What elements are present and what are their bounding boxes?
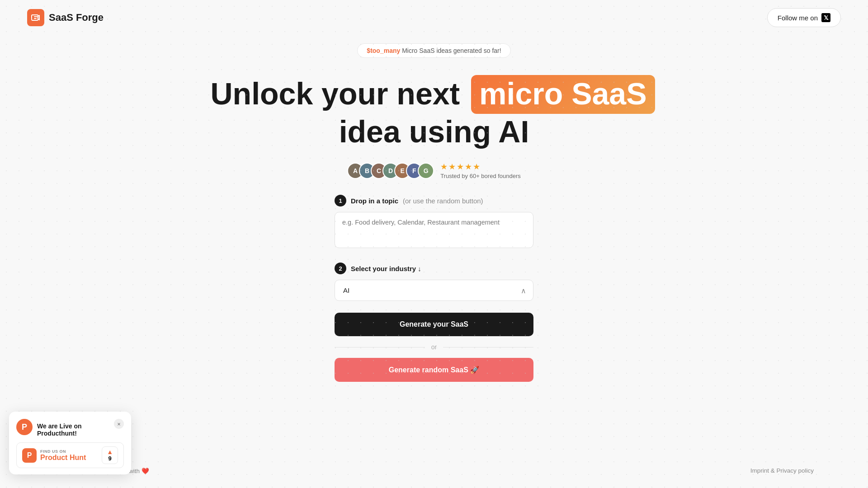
x-twitter-icon: 𝕏 [821, 13, 830, 22]
step1-label: 1 Drop in a topic (or use the random but… [335, 195, 533, 206]
logo-icon [27, 9, 44, 26]
step1-number: 1 [335, 195, 346, 206]
upvote-arrow-icon: ▲ [107, 449, 113, 455]
social-proof: A B C D E F G ★★★★★ Trusted by 60+ bored… [347, 162, 521, 179]
ph-popup-header: P We are Live on Producthunt! × [16, 419, 124, 437]
banner-text: Micro SaaS ideas generated so far! [400, 47, 501, 54]
header: SaaS Forge Follow me on 𝕏 [0, 0, 868, 35]
industry-select-wrapper: AI FinTech HealthTech EdTech E-commerce … [335, 280, 533, 301]
generate-button[interactable]: Generate your SaaS [335, 313, 533, 336]
follow-label: Follow me on [778, 14, 818, 22]
hero-line1-start: Unlock your next [211, 76, 460, 111]
producthunt-popup: P We are Live on Producthunt! × P FIND U… [9, 412, 131, 474]
step2-label: 2 Select your industry ↓ [335, 263, 533, 274]
step2-number: 2 [335, 263, 346, 274]
random-button[interactable]: Generate random SaaS 🚀 [335, 358, 533, 382]
svg-rect-0 [32, 15, 38, 20]
ph-close-button[interactable]: × [114, 419, 124, 429]
imprint-link[interactable]: Imprint & Privacy policy [750, 467, 814, 474]
step2-title: Select your industry ↓ [351, 265, 421, 272]
industry-select[interactable]: AI FinTech HealthTech EdTech E-commerce … [335, 280, 533, 301]
hero-title: Unlock your next micro SaaS idea using A… [211, 75, 658, 149]
trusted-text: Trusted by 60+ bored founders [440, 173, 521, 179]
topic-input[interactable] [335, 212, 533, 248]
ph-badge-left: P FIND US ON Product Hunt [22, 448, 86, 463]
banner: $too_many Micro SaaS ideas generated so … [0, 43, 868, 58]
or-text: or [431, 343, 437, 351]
step1-hint: (or use the random button) [403, 197, 483, 205]
follow-button[interactable]: Follow me on 𝕏 [767, 8, 841, 27]
logo: SaaS Forge [27, 9, 104, 26]
upvote-count: 9 [108, 455, 111, 462]
main-content: Unlock your next micro SaaS idea using A… [0, 75, 868, 382]
ph-badge[interactable]: P FIND US ON Product Hunt ▲ 9 [16, 442, 124, 468]
stars-area: ★★★★★ Trusted by 60+ bored founders [440, 162, 521, 179]
avatar-group: A B C D E F G [347, 163, 434, 179]
ph-popup-message: We are Live on Producthunt! [37, 419, 114, 437]
step1-title: Drop in a topic [351, 197, 398, 205]
or-divider: or [335, 343, 533, 351]
banner-pill: $too_many Micro SaaS ideas generated so … [357, 43, 510, 58]
form-area: 1 Drop in a topic (or use the random but… [335, 195, 533, 382]
ph-find-us: FIND US ON [40, 449, 86, 454]
banner-highlight: $too_many [367, 47, 400, 54]
ph-product-hunt-label: Product Hunt [40, 454, 86, 462]
stars: ★★★★★ [440, 162, 481, 172]
avatar: G [418, 163, 434, 179]
logo-text: SaaS Forge [49, 12, 104, 23]
hero-line2: idea using AI [339, 114, 529, 149]
footer-right: Imprint & Privacy policy [750, 467, 814, 474]
ph-badge-text: FIND US ON Product Hunt [40, 449, 86, 462]
step2-section: 2 Select your industry ↓ AI FinTech Heal… [335, 263, 533, 301]
ph-popup-icon: P [16, 419, 33, 435]
ph-badge-icon: P [22, 448, 37, 463]
hero-highlight: micro SaaS [471, 75, 655, 114]
ph-upvote-badge[interactable]: ▲ 9 [102, 446, 118, 464]
